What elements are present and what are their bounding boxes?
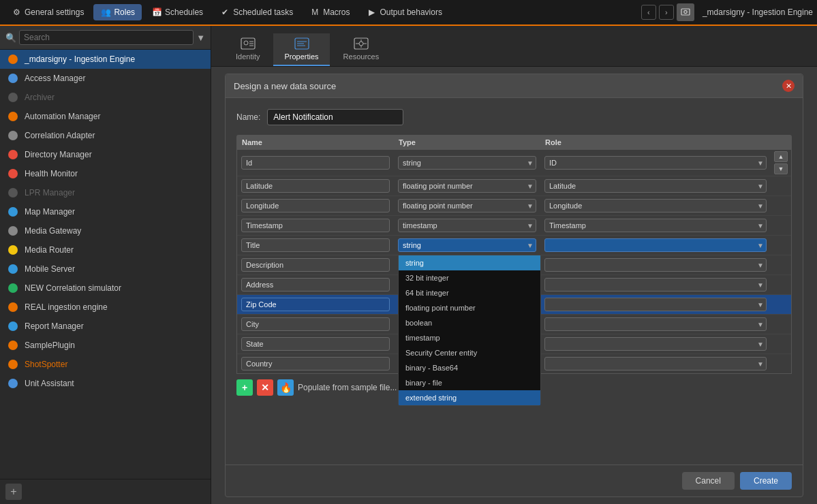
nav-output-behaviors[interactable]: ▶ Output behaviors [360, 4, 449, 20]
row-role-select-9[interactable] [544, 337, 767, 351]
scroll-up-button[interactable]: ▲ [774, 151, 788, 162]
nav-scheduled-tasks[interactable]: ✔ Scheduled tasks [213, 4, 300, 20]
row-role-select-5[interactable] [544, 258, 767, 272]
populate-button[interactable]: 🔥 [277, 379, 294, 396]
dropdown-item-7[interactable]: binary - Base64 [399, 360, 540, 375]
filter-icon[interactable]: ▼ [196, 33, 205, 43]
role-select-wrapper-9: ▼ [544, 337, 767, 351]
row-role-select-0[interactable]: ID [544, 156, 767, 170]
tab-properties[interactable]: Properties [273, 33, 329, 66]
row-role-select-8[interactable] [544, 317, 767, 331]
row-type-select-2[interactable]: string32 bit integer64 bit integerfloati… [398, 199, 536, 212]
data-rows-container: string32 bit integer64 bit integerfloati… [236, 150, 792, 374]
dropdown-item-4[interactable]: boolean [399, 315, 540, 330]
row-name-input-1[interactable] [241, 179, 390, 193]
dropdown-item-5[interactable]: timestamp [399, 330, 540, 345]
row-role-select-1[interactable]: Latitude [544, 179, 767, 193]
sidebar-add-button[interactable]: + [5, 484, 22, 500]
name-field[interactable] [267, 109, 403, 125]
dropdown-item-6[interactable]: Security Center entity [399, 345, 540, 360]
sidebar-item-new-correlation[interactable]: NEW Correlation simulator [0, 279, 211, 298]
create-button[interactable]: Create [740, 472, 792, 490]
sidebar-item-icon-automation-manager [7, 110, 19, 123]
svg-point-1 [684, 10, 687, 13]
dropdown-item-2[interactable]: 64 bit integer [399, 285, 540, 300]
sidebar-item-label-shotspotter: ShotSpotter [25, 360, 67, 369]
nav-back-button[interactable]: ‹ [641, 5, 656, 20]
type-dropdown: string32 bit integer64 bit integerfloati… [398, 255, 541, 406]
scroll-buttons: ▲▼ [771, 150, 791, 176]
tab-resources[interactable]: Resources [333, 33, 390, 66]
sidebar-item-correlation-adapter[interactable]: Correlation Adapter [0, 126, 211, 145]
sidebar-item-unit-assistant[interactable]: Unit Assistant [0, 374, 211, 393]
nav-roles[interactable]: 👥 Roles [93, 4, 142, 20]
type-select-wrapper-2: string32 bit integer64 bit integerfloati… [398, 199, 536, 212]
sidebar-bottom: + [0, 479, 211, 504]
sidebar-item-shotspotter[interactable]: ShotSpotter [0, 355, 211, 374]
dropdown-item-3[interactable]: floating point number [399, 300, 540, 315]
sidebar-item-access-manager[interactable]: Access Manager [0, 69, 211, 88]
role-select-wrapper-3: Timestamp▼ [544, 219, 767, 232]
sidebar-item-media-router[interactable]: Media Router [0, 240, 211, 259]
row-name-input-8[interactable] [241, 317, 390, 331]
sidebar-item-automation-manager[interactable]: Automation Manager [0, 107, 211, 126]
modal-close-button[interactable]: ✕ [782, 80, 795, 92]
row-type-cell-0: string32 bit integer64 bit integerfloati… [394, 153, 540, 172]
search-input[interactable] [19, 30, 194, 45]
sidebar-item-real-ingestion[interactable]: REAL ingestion engine [0, 298, 211, 317]
row-role-select-6[interactable] [544, 278, 767, 292]
dropdown-item-0[interactable]: string [399, 255, 540, 270]
sidebar-item-icon-access-manager [7, 72, 19, 84]
tab-identity[interactable]: Identity [225, 33, 271, 66]
row-role-cell-9: ▼ [540, 334, 771, 353]
sidebar-item-label-sample-plugin: SamplePlugin [25, 341, 75, 350]
sidebar-item-sample-plugin[interactable]: SamplePlugin [0, 336, 211, 355]
row-type-select-3[interactable]: string32 bit integer64 bit integerfloati… [398, 219, 536, 232]
row-name-input-5[interactable] [241, 258, 390, 272]
row-name-input-7[interactable] [241, 298, 390, 311]
row-name-input-9[interactable] [241, 337, 390, 351]
row-role-select-7[interactable] [544, 298, 767, 311]
add-row-button[interactable]: + [236, 379, 253, 396]
sidebar-item-mobile-server[interactable]: Mobile Server [0, 259, 211, 279]
sidebar-item-archiver[interactable]: Archiver [0, 88, 211, 107]
row-name-input-2[interactable] [241, 199, 390, 212]
sidebar-item-health-monitor[interactable]: Health Monitor [0, 164, 211, 183]
sidebar-item-media-gateway[interactable]: Media Gateway [0, 221, 211, 240]
nav-schedules[interactable]: 📅 Schedules [144, 4, 210, 20]
modal-footer: Cancel Create [226, 464, 803, 497]
row-type-select-1[interactable]: string32 bit integer64 bit integerfloati… [398, 179, 536, 193]
row-role-cell-4: ▼ [540, 236, 771, 255]
row-role-select-10[interactable] [544, 357, 767, 371]
nav-forward-button[interactable]: › [659, 5, 674, 20]
row-type-select-0[interactable]: string32 bit integer64 bit integerfloati… [398, 156, 536, 170]
remove-row-button[interactable]: ✕ [257, 379, 273, 396]
sidebar-item-map-manager[interactable]: Map Manager [0, 202, 211, 221]
row-role-select-4[interactable] [544, 238, 767, 252]
macros-icon: M [309, 7, 320, 18]
sidebar-item-report-manager[interactable]: Report Manager [0, 317, 211, 336]
dropdown-item-8[interactable]: binary - file [399, 375, 540, 390]
row-role-select-3[interactable]: Timestamp [544, 219, 767, 232]
row-type-select-4[interactable]: string32 bit integer64 bit integerfloati… [398, 238, 536, 252]
cancel-button[interactable]: Cancel [682, 472, 735, 490]
sidebar-item-directory-manager[interactable]: Directory Manager [0, 145, 211, 164]
table-row: string32 bit integer64 bit integerfloati… [237, 176, 791, 196]
row-name-input-4[interactable] [241, 238, 390, 252]
row-role-select-2[interactable]: Longitude [544, 199, 767, 212]
nav-general-settings[interactable]: ⚙ General settings [4, 4, 91, 20]
svg-rect-0 [681, 9, 690, 15]
row-name-input-6[interactable] [241, 278, 390, 292]
sidebar-item-icon-unit-assistant [7, 377, 19, 390]
nav-screenshot-button[interactable] [677, 3, 694, 21]
dropdown-item-9[interactable]: extended string [399, 390, 540, 405]
nav-macros[interactable]: M Macros [303, 4, 356, 20]
scroll-down-button[interactable]: ▼ [774, 163, 788, 174]
row-name-input-0[interactable] [241, 156, 390, 170]
sidebar-item-lpr-manager[interactable]: LPR Manager [0, 183, 211, 202]
row-name-input-3[interactable] [241, 219, 390, 232]
row-name-input-10[interactable] [241, 357, 390, 371]
row-name-cell-10 [237, 354, 394, 373]
dropdown-item-1[interactable]: 32 bit integer [399, 270, 540, 285]
sidebar-item-ingestion-engine[interactable]: _mdarsigny - Ingestion Engine [0, 50, 211, 69]
